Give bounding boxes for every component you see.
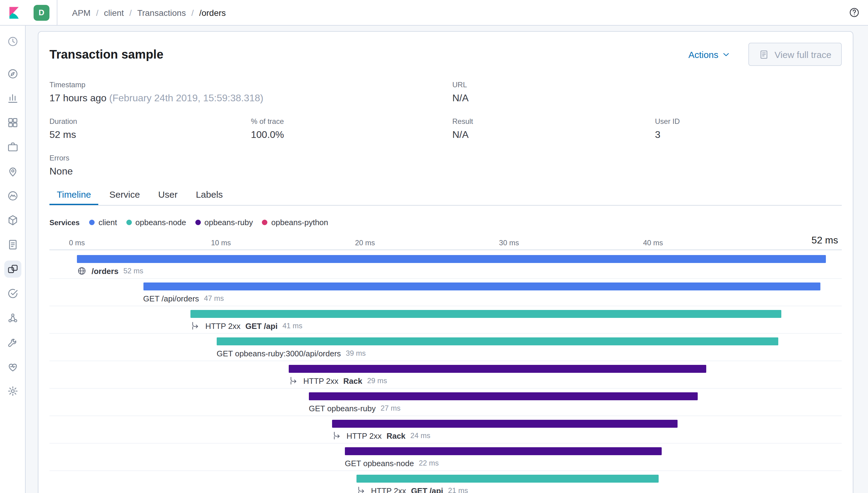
meta-value: 17 hours ago (February 24th 2019, 15:59:… bbox=[49, 93, 452, 104]
sidebar-item-apm[interactable] bbox=[4, 260, 21, 278]
sidebar-item-uptime[interactable] bbox=[4, 285, 21, 302]
tab-timeline[interactable]: Timeline bbox=[49, 189, 98, 205]
recent-icon bbox=[6, 36, 19, 48]
breadcrumb-transactions[interactable]: Transactions bbox=[137, 8, 186, 17]
waterfall-item[interactable]: HTTP 2xx Rack 24 ms bbox=[49, 416, 842, 444]
waterfall-item[interactable]: GET opbeans-ruby 27 ms bbox=[49, 389, 842, 416]
sidebar-item-infrastructure[interactable] bbox=[4, 212, 21, 229]
sidebar-item-logs[interactable] bbox=[4, 236, 21, 253]
waterfall-item-label: HTTP 2xx GET /api 21 ms bbox=[357, 485, 468, 493]
legend-item: opbeans-ruby bbox=[195, 218, 253, 227]
sidebar-item-machine-learning[interactable] bbox=[4, 187, 21, 205]
topbar-divider bbox=[57, 0, 57, 25]
sidebar-item-graph[interactable] bbox=[4, 309, 21, 326]
transaction-icon bbox=[289, 376, 298, 386]
axis-tick: 30 ms bbox=[499, 239, 519, 247]
waterfall-item[interactable]: HTTP 2xx Rack 29 ms bbox=[49, 361, 842, 389]
globe-icon bbox=[77, 266, 87, 276]
breadcrumb-separator: / bbox=[129, 8, 132, 17]
ml-icon bbox=[6, 190, 19, 202]
infrastructure-icon bbox=[6, 214, 19, 227]
waterfall-bar[interactable] bbox=[357, 475, 659, 483]
sidebar-item-discover[interactable] bbox=[4, 65, 21, 82]
tab-user[interactable]: User bbox=[151, 189, 185, 205]
waterfall-item[interactable]: GET /api/orders 47 ms bbox=[49, 279, 842, 306]
view-full-trace-label: View full trace bbox=[775, 49, 831, 60]
transaction-icon bbox=[191, 321, 200, 331]
sidebar-item-recent[interactable] bbox=[4, 33, 21, 50]
services-legend-items: client opbeans-node opbeans-ruby opbeans… bbox=[89, 218, 329, 227]
waterfall-bar[interactable] bbox=[217, 337, 779, 345]
chevron-down-icon bbox=[721, 49, 731, 60]
sidebar-item-canvas[interactable] bbox=[4, 138, 21, 156]
help-menu-button[interactable] bbox=[848, 7, 860, 18]
waterfall-item-name: GET opbeans-node bbox=[345, 458, 414, 468]
waterfall-item-label: HTTP 2xx Rack 24 ms bbox=[332, 430, 430, 442]
services-legend: Services client opbeans-node opbeans-rub… bbox=[49, 218, 842, 227]
waterfall-item[interactable]: HTTP 2xx GET /api 21 ms bbox=[49, 471, 842, 493]
kibana-logo-icon bbox=[7, 6, 21, 19]
meta-label: % of trace bbox=[251, 117, 452, 126]
sidebar-item-management[interactable] bbox=[4, 383, 21, 400]
breadcrumb-apm[interactable]: APM bbox=[72, 8, 91, 17]
visualize-icon bbox=[6, 92, 19, 104]
view-full-trace-button[interactable]: View full trace bbox=[748, 43, 842, 66]
waterfall-bar[interactable] bbox=[332, 420, 678, 428]
waterfall-item-label: HTTP 2xx Rack 29 ms bbox=[289, 374, 387, 387]
breadcrumb-client[interactable]: client bbox=[104, 8, 124, 17]
waterfall-item-name: Rack bbox=[343, 376, 362, 385]
tab-service[interactable]: Service bbox=[102, 189, 147, 205]
space-badge[interactable]: D bbox=[34, 5, 49, 20]
waterfall-bar[interactable] bbox=[191, 310, 781, 318]
waterfall-bar[interactable] bbox=[289, 365, 706, 373]
waterfall: /orders 52 ms GET /api/orders 47 ms HTTP… bbox=[49, 250, 842, 493]
transaction-metadata: Timestamp 17 hours ago (February 24th 20… bbox=[49, 81, 842, 177]
maps-icon bbox=[6, 165, 19, 177]
sidebar-item-visualize[interactable] bbox=[4, 90, 21, 107]
waterfall-bar[interactable] bbox=[309, 392, 698, 400]
waterfall-item[interactable]: GET opbeans-node 22 ms bbox=[49, 444, 842, 471]
meta-value: 52 ms bbox=[49, 129, 251, 140]
waterfall-item[interactable]: GET opbeans-ruby:3000/api/orders 39 ms bbox=[49, 334, 842, 361]
waterfall-item-label: GET opbeans-ruby:3000/api/orders 39 ms bbox=[217, 347, 366, 359]
waterfall-bar[interactable] bbox=[345, 447, 662, 455]
timestamp-absolute: (February 24th 2019, 15:59:38.318) bbox=[109, 93, 263, 103]
breadcrumb: APM / client / Transactions / /orders bbox=[72, 8, 226, 17]
canvas-icon bbox=[6, 141, 19, 153]
top-bar: D APM / client / Transactions / /orders bbox=[0, 0, 868, 26]
waterfall-item-duration: 52 ms bbox=[123, 266, 143, 275]
page-title: Transaction sample bbox=[49, 47, 164, 61]
sidebar-item-monitoring[interactable] bbox=[4, 358, 21, 375]
waterfall-item-label: GET opbeans-node 22 ms bbox=[345, 457, 439, 469]
axis-tick: 20 ms bbox=[355, 239, 375, 247]
sidebar-nav bbox=[0, 26, 26, 493]
monitoring-icon bbox=[6, 361, 19, 373]
legend-item: client bbox=[89, 218, 117, 227]
meta-label: Duration bbox=[49, 117, 251, 126]
services-legend-label: Services bbox=[49, 218, 80, 227]
meta-label: Errors bbox=[49, 154, 251, 162]
waterfall-item[interactable]: HTTP 2xx GET /api 41 ms bbox=[49, 306, 842, 334]
tab-labels[interactable]: Labels bbox=[189, 189, 230, 205]
waterfall-bar[interactable] bbox=[77, 255, 826, 263]
transaction-sample-panel: Transaction sample Actions View full tra… bbox=[38, 31, 853, 493]
dashboard-icon bbox=[6, 116, 19, 129]
actions-menu-button[interactable]: Actions bbox=[688, 49, 731, 60]
kibana-logo[interactable] bbox=[0, 0, 28, 25]
sidebar-item-maps[interactable] bbox=[4, 163, 21, 180]
waterfall-item-prefix: HTTP 2xx bbox=[206, 321, 240, 330]
legend-item: opbeans-python bbox=[262, 218, 329, 227]
sidebar-item-dev-tools[interactable] bbox=[4, 334, 21, 351]
waterfall-item[interactable]: /orders 52 ms bbox=[49, 251, 842, 279]
meta-timestamp: Timestamp 17 hours ago (February 24th 20… bbox=[49, 81, 452, 104]
sidebar-item-dashboard[interactable] bbox=[4, 114, 21, 131]
waterfall-item-label: GET /api/orders 47 ms bbox=[143, 292, 224, 304]
graph-icon bbox=[6, 312, 19, 324]
waterfall-item-name: GET /api/orders bbox=[143, 294, 199, 303]
timeline-total-duration: 52 ms bbox=[811, 235, 838, 246]
meta-value: N/A bbox=[452, 93, 655, 104]
meta-label: URL bbox=[452, 81, 655, 89]
waterfall-bar[interactable] bbox=[143, 282, 820, 291]
meta-label: Result bbox=[452, 117, 655, 126]
waterfall-item-duration: 41 ms bbox=[282, 322, 302, 330]
